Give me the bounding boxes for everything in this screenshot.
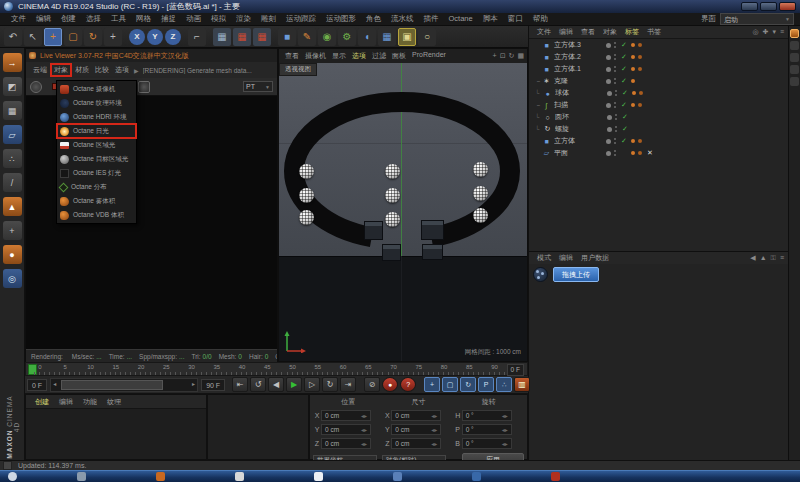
subdivision-surface-menu[interactable]: ◉	[318, 28, 336, 46]
rotate-tool[interactable]: ↻	[84, 28, 102, 46]
material-tag-icon[interactable]	[631, 139, 635, 143]
editor-render-dots[interactable]	[614, 41, 616, 49]
polygon-mode[interactable]: ▲	[3, 197, 22, 216]
coordinate-field[interactable]: 0 cm◂▸	[321, 424, 371, 435]
dropdown-item[interactable]: Octane 雾体积	[57, 194, 136, 208]
position-key-toggle[interactable]: +	[424, 377, 440, 392]
render-kernel-select[interactable]: PT▼	[243, 81, 273, 92]
layout-palette-icon-2[interactable]	[790, 41, 799, 50]
model-mode[interactable]: ◩	[3, 77, 22, 96]
object-name[interactable]: 平面	[554, 148, 606, 158]
scale-key-toggle[interactable]: ▢	[442, 377, 458, 392]
live-viewer-menu-item[interactable]: 云端	[30, 64, 50, 76]
material-tag-icon[interactable]	[639, 91, 643, 95]
layout-palette-icon-5[interactable]	[790, 77, 799, 86]
layout-palette-icon-4[interactable]	[790, 65, 799, 74]
enabled-check-icon[interactable]: ✓	[622, 113, 632, 121]
material-manager-tab[interactable]: 编辑	[54, 397, 78, 407]
layout-palette-icon-3[interactable]	[790, 53, 799, 62]
menubar-item[interactable]: 模拟	[206, 14, 231, 24]
last-tool[interactable]: +	[104, 28, 122, 46]
back-icon[interactable]: ◀	[750, 254, 755, 262]
dropdown-item[interactable]: Octane VDB 体积	[57, 208, 136, 222]
enabled-check-icon[interactable]: ✓	[621, 41, 631, 49]
expander-icon[interactable]: −	[535, 102, 542, 108]
camera-move-icon[interactable]: +	[493, 52, 497, 60]
dropdown-item[interactable]: Octane 分布	[57, 180, 136, 194]
coordinate-field[interactable]: 0 cm◂▸	[321, 438, 371, 449]
enabled-check-icon[interactable]: ✓	[621, 137, 631, 145]
editor-render-dots[interactable]	[614, 149, 616, 157]
render-view-button[interactable]: ▦	[213, 28, 231, 46]
start-button[interactable]	[8, 472, 17, 481]
frame-start-field[interactable]: 0 F	[27, 379, 47, 391]
material-tag-icon[interactable]	[638, 55, 642, 59]
spinner-icon[interactable]: ◂▸	[431, 425, 437, 434]
drag-upload-button[interactable]: 拖拽上传	[553, 267, 599, 282]
autokeying-button[interactable]: ●	[382, 377, 398, 392]
object-name[interactable]: 螺旋	[555, 124, 607, 134]
coordinate-field[interactable]: 0 °◂▸	[462, 410, 512, 421]
undo-icon[interactable]: ↶	[4, 28, 22, 46]
live-viewer-menu-item[interactable]: 比较	[92, 64, 112, 76]
motion-system-button[interactable]: ▥	[514, 377, 530, 392]
live-viewer-menu-item[interactable]: 选项	[112, 64, 132, 76]
material-manager-tab[interactable]: 功能	[78, 397, 102, 407]
record-objects-button[interactable]: ⊘	[364, 377, 380, 392]
visibility-dot[interactable]	[606, 139, 611, 144]
viewport-menu-item[interactable]: 面板	[389, 51, 409, 61]
object-row[interactable]: −∗克隆✓	[529, 75, 788, 87]
editor-render-dots[interactable]	[614, 77, 616, 85]
camera-menu[interactable]: ▣	[398, 28, 416, 46]
viewport-menu-item[interactable]: 过滤	[369, 51, 389, 61]
next-key-button[interactable]: ↻	[322, 377, 338, 392]
menubar-item[interactable]: 脚本	[478, 14, 503, 24]
spinner-icon[interactable]: ◂▸	[361, 411, 367, 420]
object-manager-menu-item[interactable]: 文件	[533, 27, 555, 37]
editor-render-dots[interactable]	[614, 101, 616, 109]
menubar-item[interactable]: 渲染	[231, 14, 256, 24]
up-icon[interactable]: ▲	[760, 254, 767, 262]
dropdown-item[interactable]: Octane HDRI 环境	[57, 110, 136, 124]
enabled-check-icon[interactable]: ✓	[621, 101, 631, 109]
camera-rotate-icon[interactable]: ↻	[509, 52, 515, 60]
dropdown-item[interactable]: Octane 目标区域光	[57, 152, 136, 166]
menubar-item[interactable]: 帮助	[528, 14, 553, 24]
taskbar-app-icon-4[interactable]	[314, 472, 323, 481]
point-level-animation-toggle[interactable]: ∴	[496, 377, 512, 392]
live-viewer-titlebar[interactable]: Live Viewer 3.07-R2 中国C4D交流群中文汉化版	[26, 49, 277, 62]
menubar-item[interactable]: 捕捉	[156, 14, 181, 24]
camera-zoom-icon[interactable]: ⊡	[500, 52, 506, 60]
spinner-icon[interactable]: ◂▸	[502, 425, 508, 434]
editor-render-dots[interactable]	[615, 125, 617, 133]
material-manager-tab[interactable]: 纹理	[102, 397, 126, 407]
visibility-dot[interactable]	[606, 43, 611, 48]
viewport-tab[interactable]: 透视视图	[279, 63, 317, 76]
object-row[interactable]: −∫扫描✓	[529, 99, 788, 111]
lock-resolution-icon[interactable]	[138, 81, 150, 93]
spinner-icon[interactable]: ◂▸	[502, 439, 508, 448]
menubar-item[interactable]: Octane	[444, 14, 478, 24]
material-tag-icon[interactable]	[638, 139, 642, 143]
taskbar-app-icon-2[interactable]	[156, 472, 165, 481]
keyframe-selection-button[interactable]: ?	[400, 377, 416, 392]
taskbar-app-icon-7[interactable]	[551, 472, 560, 481]
visibility-dot[interactable]	[607, 127, 612, 132]
enabled-check-icon[interactable]: ✓	[622, 125, 632, 133]
z-axis-lock[interactable]: Z	[165, 29, 181, 45]
render-settings-button[interactable]: ▦	[253, 28, 271, 46]
material-tag-icon[interactable]	[631, 67, 635, 71]
object-manager-menu-item[interactable]: 书签	[643, 27, 665, 37]
dropdown-item[interactable]: Octane 纹理环境	[57, 96, 136, 110]
object-row[interactable]: └●球体✓	[529, 87, 788, 99]
parameter-key-toggle[interactable]: P	[478, 377, 494, 392]
visibility-dot[interactable]	[606, 67, 611, 72]
menubar-item[interactable]: 动画	[181, 14, 206, 24]
viewport-menu-item[interactable]: 查看	[282, 51, 302, 61]
menubar-item[interactable]: 雕刻	[256, 14, 281, 24]
editor-render-dots[interactable]	[615, 113, 617, 121]
spinner-icon[interactable]: ◂▸	[361, 439, 367, 448]
object-name[interactable]: 球体	[555, 88, 607, 98]
viewport-menu-item[interactable]: 摄像机	[302, 51, 329, 61]
material-tag-icon[interactable]	[638, 43, 642, 47]
